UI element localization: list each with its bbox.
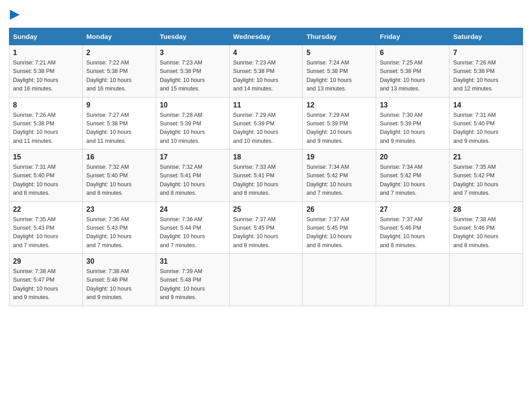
calendar-cell: 11 Sunrise: 7:29 AMSunset: 5:39 PMDaylig… <box>229 97 303 150</box>
day-number: 13 <box>380 101 446 109</box>
calendar-cell <box>303 254 376 306</box>
calendar-week-row: 1 Sunrise: 7:21 AMSunset: 5:38 PMDayligh… <box>9 45 523 98</box>
cell-info: Sunrise: 7:38 AMSunset: 5:47 PMDaylight:… <box>13 268 58 300</box>
logo-triangle-icon <box>10 10 20 20</box>
col-header-sunday: Sunday <box>9 28 83 45</box>
col-header-saturday: Saturday <box>450 28 523 45</box>
day-number: 17 <box>160 153 226 161</box>
cell-info: Sunrise: 7:35 AMSunset: 5:42 PMDaylight:… <box>453 164 498 196</box>
calendar-table: SundayMondayTuesdayWednesdayThursdayFrid… <box>9 28 523 306</box>
cell-info: Sunrise: 7:34 AMSunset: 5:42 PMDaylight:… <box>306 164 352 196</box>
day-number: 25 <box>233 206 299 214</box>
cell-info: Sunrise: 7:31 AMSunset: 5:40 PMDaylight:… <box>13 164 58 196</box>
day-number: 9 <box>86 101 152 109</box>
calendar-cell: 6 Sunrise: 7:25 AMSunset: 5:38 PMDayligh… <box>376 45 450 98</box>
cell-info: Sunrise: 7:28 AMSunset: 5:39 PMDaylight:… <box>160 112 205 144</box>
calendar-cell: 16 Sunrise: 7:32 AMSunset: 5:40 PMDaylig… <box>82 150 156 202</box>
logo <box>9 9 20 19</box>
calendar-cell: 19 Sunrise: 7:34 AMSunset: 5:42 PMDaylig… <box>303 150 376 202</box>
calendar-cell: 23 Sunrise: 7:36 AMSunset: 5:43 PMDaylig… <box>82 201 156 254</box>
calendar-cell: 20 Sunrise: 7:34 AMSunset: 5:42 PMDaylig… <box>376 150 450 202</box>
calendar-week-row: 29 Sunrise: 7:38 AMSunset: 5:47 PMDaylig… <box>9 254 523 306</box>
calendar-cell: 29 Sunrise: 7:38 AMSunset: 5:47 PMDaylig… <box>9 254 83 306</box>
day-number: 3 <box>160 49 226 57</box>
cell-info: Sunrise: 7:39 AMSunset: 5:48 PMDaylight:… <box>160 268 205 300</box>
cell-info: Sunrise: 7:37 AMSunset: 5:45 PMDaylight:… <box>233 216 279 248</box>
day-number: 16 <box>86 153 152 161</box>
calendar-cell: 27 Sunrise: 7:37 AMSunset: 5:46 PMDaylig… <box>376 201 450 254</box>
day-number: 4 <box>233 49 299 57</box>
calendar-cell: 22 Sunrise: 7:35 AMSunset: 5:43 PMDaylig… <box>9 201 83 254</box>
day-number: 19 <box>306 153 372 161</box>
cell-info: Sunrise: 7:38 AMSunset: 5:46 PMDaylight:… <box>453 216 498 248</box>
calendar-cell: 17 Sunrise: 7:32 AMSunset: 5:41 PMDaylig… <box>156 150 229 202</box>
cell-info: Sunrise: 7:31 AMSunset: 5:40 PMDaylight:… <box>453 112 498 144</box>
calendar-cell: 28 Sunrise: 7:38 AMSunset: 5:46 PMDaylig… <box>450 201 523 254</box>
page-header <box>9 9 523 19</box>
cell-info: Sunrise: 7:23 AMSunset: 5:38 PMDaylight:… <box>160 60 205 92</box>
calendar-cell: 14 Sunrise: 7:31 AMSunset: 5:40 PMDaylig… <box>450 97 523 150</box>
cell-info: Sunrise: 7:26 AMSunset: 5:38 PMDaylight:… <box>13 112 58 144</box>
calendar-cell: 2 Sunrise: 7:22 AMSunset: 5:38 PMDayligh… <box>82 45 156 98</box>
calendar-cell: 25 Sunrise: 7:37 AMSunset: 5:45 PMDaylig… <box>229 201 303 254</box>
cell-info: Sunrise: 7:37 AMSunset: 5:46 PMDaylight:… <box>380 216 425 248</box>
cell-info: Sunrise: 7:23 AMSunset: 5:38 PMDaylight:… <box>233 60 279 92</box>
day-number: 10 <box>160 101 226 109</box>
calendar-cell: 12 Sunrise: 7:29 AMSunset: 5:39 PMDaylig… <box>303 97 376 150</box>
cell-info: Sunrise: 7:25 AMSunset: 5:38 PMDaylight:… <box>380 60 425 92</box>
calendar-cell: 18 Sunrise: 7:33 AMSunset: 5:41 PMDaylig… <box>229 150 303 202</box>
calendar-cell: 21 Sunrise: 7:35 AMSunset: 5:42 PMDaylig… <box>450 150 523 202</box>
calendar-week-row: 8 Sunrise: 7:26 AMSunset: 5:38 PMDayligh… <box>9 97 523 150</box>
cell-info: Sunrise: 7:36 AMSunset: 5:43 PMDaylight:… <box>86 216 132 248</box>
day-number: 24 <box>160 206 226 214</box>
cell-info: Sunrise: 7:22 AMSunset: 5:38 PMDaylight:… <box>86 60 132 92</box>
col-header-tuesday: Tuesday <box>156 28 229 45</box>
day-number: 20 <box>380 153 446 161</box>
calendar-cell: 30 Sunrise: 7:38 AMSunset: 5:48 PMDaylig… <box>82 254 156 306</box>
calendar-cell: 31 Sunrise: 7:39 AMSunset: 5:48 PMDaylig… <box>156 254 229 306</box>
day-number: 18 <box>233 153 299 161</box>
cell-info: Sunrise: 7:32 AMSunset: 5:41 PMDaylight:… <box>160 164 205 196</box>
day-number: 11 <box>233 101 299 109</box>
day-number: 30 <box>86 257 152 265</box>
calendar-cell: 24 Sunrise: 7:36 AMSunset: 5:44 PMDaylig… <box>156 201 229 254</box>
calendar-header-row: SundayMondayTuesdayWednesdayThursdayFrid… <box>9 28 523 45</box>
cell-info: Sunrise: 7:27 AMSunset: 5:38 PMDaylight:… <box>86 112 132 144</box>
calendar-cell: 3 Sunrise: 7:23 AMSunset: 5:38 PMDayligh… <box>156 45 229 98</box>
day-number: 21 <box>453 153 519 161</box>
cell-info: Sunrise: 7:34 AMSunset: 5:42 PMDaylight:… <box>380 164 425 196</box>
calendar-cell: 1 Sunrise: 7:21 AMSunset: 5:38 PMDayligh… <box>9 45 83 98</box>
calendar-cell: 5 Sunrise: 7:24 AMSunset: 5:38 PMDayligh… <box>303 45 376 98</box>
day-number: 28 <box>453 206 519 214</box>
calendar-cell: 4 Sunrise: 7:23 AMSunset: 5:38 PMDayligh… <box>229 45 303 98</box>
day-number: 12 <box>306 101 372 109</box>
cell-info: Sunrise: 7:35 AMSunset: 5:43 PMDaylight:… <box>13 216 58 248</box>
cell-info: Sunrise: 7:21 AMSunset: 5:38 PMDaylight:… <box>13 60 58 92</box>
calendar-cell: 26 Sunrise: 7:37 AMSunset: 5:45 PMDaylig… <box>303 201 376 254</box>
col-header-monday: Monday <box>82 28 156 45</box>
calendar-cell: 9 Sunrise: 7:27 AMSunset: 5:38 PMDayligh… <box>82 97 156 150</box>
calendar-cell: 7 Sunrise: 7:26 AMSunset: 5:38 PMDayligh… <box>450 45 523 98</box>
day-number: 8 <box>13 101 79 109</box>
day-number: 14 <box>453 101 519 109</box>
day-number: 26 <box>306 206 372 214</box>
day-number: 5 <box>306 49 372 57</box>
day-number: 15 <box>13 153 79 161</box>
svg-marker-0 <box>10 10 20 20</box>
cell-info: Sunrise: 7:24 AMSunset: 5:38 PMDaylight:… <box>306 60 352 92</box>
calendar-cell: 15 Sunrise: 7:31 AMSunset: 5:40 PMDaylig… <box>9 150 83 202</box>
calendar-cell: 13 Sunrise: 7:30 AMSunset: 5:39 PMDaylig… <box>376 97 450 150</box>
cell-info: Sunrise: 7:38 AMSunset: 5:48 PMDaylight:… <box>86 268 132 300</box>
cell-info: Sunrise: 7:26 AMSunset: 5:38 PMDaylight:… <box>453 60 498 92</box>
calendar-cell: 10 Sunrise: 7:28 AMSunset: 5:39 PMDaylig… <box>156 97 229 150</box>
cell-info: Sunrise: 7:30 AMSunset: 5:39 PMDaylight:… <box>380 112 425 144</box>
cell-info: Sunrise: 7:32 AMSunset: 5:40 PMDaylight:… <box>86 164 132 196</box>
day-number: 29 <box>13 257 79 265</box>
day-number: 23 <box>86 206 152 214</box>
day-number: 31 <box>160 257 226 265</box>
calendar-cell <box>376 254 450 306</box>
cell-info: Sunrise: 7:29 AMSunset: 5:39 PMDaylight:… <box>233 112 279 144</box>
day-number: 1 <box>13 49 79 57</box>
cell-info: Sunrise: 7:33 AMSunset: 5:41 PMDaylight:… <box>233 164 279 196</box>
calendar-week-row: 15 Sunrise: 7:31 AMSunset: 5:40 PMDaylig… <box>9 150 523 202</box>
